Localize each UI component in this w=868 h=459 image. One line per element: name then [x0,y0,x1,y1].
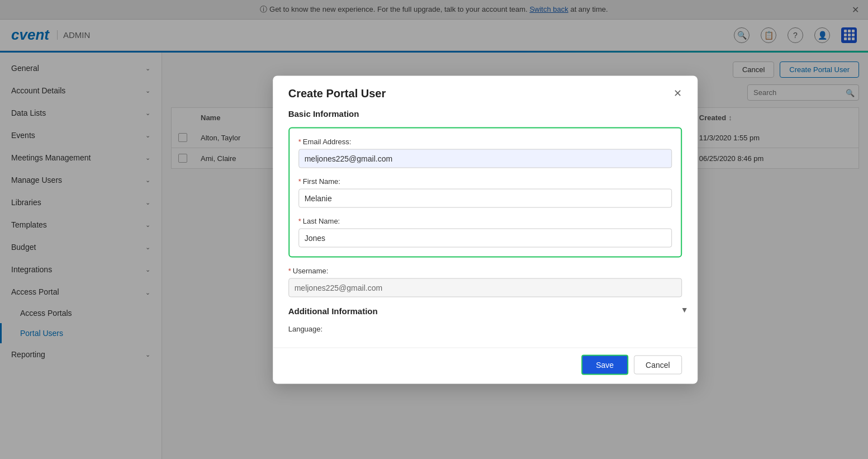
last-name-input[interactable] [298,228,672,247]
first-name-input[interactable] [298,188,672,207]
modal-body: Basic Information *Email Address: *First… [273,108,698,347]
first-name-label: *First Name: [298,177,672,185]
email-form-group: *Email Address: [298,137,672,168]
required-star: * [298,177,301,185]
cancel-modal-button[interactable]: Cancel [634,355,682,374]
required-star: * [298,216,301,225]
username-form-group: *Username: [288,266,682,297]
language-form-group: Language: [288,324,682,333]
last-name-form-group: *Last Name: [298,216,672,247]
save-button[interactable]: Save [581,354,628,375]
additional-info-title: Additional Information [288,306,682,315]
scroll-down-arrow[interactable]: ▼ [681,305,689,314]
modal-close-button[interactable]: ✕ [673,87,682,100]
basic-info-section-title: Basic Information [288,108,682,118]
highlighted-form-section: *Email Address: *First Name: *Last Name: [288,127,682,257]
username-label: *Username: [288,266,682,275]
modal-title: Create Portal User [288,87,386,100]
language-label: Language: [288,324,682,333]
required-star: * [288,266,291,275]
email-input[interactable] [298,149,672,168]
username-input[interactable] [288,278,682,297]
create-portal-user-modal: Create Portal User ✕ Basic Information *… [273,75,698,384]
email-label: *Email Address: [298,137,672,145]
modal-header: Create Portal User ✕ [273,75,698,108]
additional-info-section: Additional Information Language: [288,306,682,333]
modal-footer: Save Cancel [273,347,698,384]
required-star: * [298,137,301,145]
first-name-form-group: *First Name: [298,177,672,207]
last-name-label: *Last Name: [298,216,672,225]
